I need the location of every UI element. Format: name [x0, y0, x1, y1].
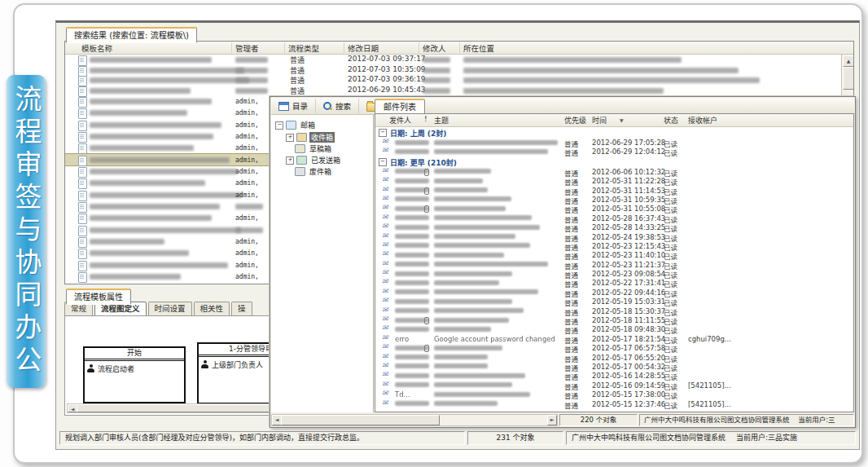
mail-row[interactable]: ✉普通2012-05-23 11:21:37已读: [375, 260, 853, 269]
collapse-icon[interactable]: −: [379, 158, 387, 166]
flow-node[interactable]: 开始流程启动者: [83, 346, 186, 403]
mail-row[interactable]: ✉普通2012-05-23 12:15:43已读: [375, 241, 853, 250]
search-button[interactable]: 搜索: [316, 99, 359, 113]
col-time[interactable]: 时间: [592, 115, 607, 126]
mail-horizontal-scrollbar[interactable]: ◄ ►: [271, 414, 558, 426]
col-subject[interactable]: 主题: [434, 115, 449, 126]
search-result-row[interactable]: 普通2012-06-29 10:45:43: [65, 86, 853, 96]
envelope-icon: ✉: [382, 175, 388, 183]
column-divider[interactable]: [419, 42, 419, 53]
subject-blurred: [434, 243, 530, 248]
mail-row[interactable]: ✉erroGoogle account password changed普通20…: [375, 334, 853, 343]
search-result-row[interactable]: 普通2012-07-03 10:35:09: [65, 65, 853, 76]
location-blurred: [463, 77, 760, 83]
manager-blurred: [235, 77, 268, 83]
time-value: 2012-05-28 14:33:25: [592, 223, 665, 231]
sender-blurred: [395, 196, 429, 201]
subject-blurred: [434, 355, 488, 359]
subtab-item[interactable]: 操: [231, 302, 252, 315]
tab-template-properties[interactable]: 流程模板属性: [66, 289, 131, 305]
mail-row[interactable]: ✉普通2012-06-29 12:04:12已读: [375, 147, 853, 156]
col-location[interactable]: 所在位置: [463, 42, 494, 54]
mail-row[interactable]: ✉普通2012-05-31 11:22:28已读: [375, 176, 853, 185]
mail-row[interactable]: ✉普通2012-05-17 00:54:32已读: [375, 362, 853, 371]
app-name: 广州中大中鸣科技有限公司图文档协同管理系统: [572, 434, 726, 442]
col-process-type[interactable]: 流程类型: [288, 42, 319, 54]
search-result-row[interactable]: 普通2012-07-03 09:37:17: [65, 55, 853, 65]
search-result-row[interactable]: 普通2012-07-03 09:36:19: [65, 75, 853, 86]
mail-row[interactable]: ✉普通2012-06-29 17:05:28已读: [375, 138, 853, 147]
mail-row[interactable]: ✉普通2012-05-18 09:48:30已读: [375, 324, 853, 333]
expand-icon[interactable]: +: [286, 156, 294, 165]
col-manager[interactable]: 管理者: [235, 42, 259, 54]
column-divider[interactable]: [284, 42, 285, 53]
mail-row[interactable]: ✉普通2012-05-18 11:11:55已读: [375, 315, 853, 324]
mail-row[interactable]: ✉普通2012-05-22 09:44:16已读: [375, 288, 853, 297]
mail-row[interactable]: ✉普通2012-05-28 16:37:43已读: [375, 214, 853, 222]
mail-row[interactable]: ✉普通2012-05-31 10:59:35已读: [375, 195, 853, 204]
col-modified-date[interactable]: 修改日期: [348, 42, 379, 54]
mail-row[interactable]: ✉普通2012-05-23 09:08:54已读: [375, 269, 853, 278]
mail-row[interactable]: ✉普通2012-06-06 10:12:32已读: [375, 167, 853, 176]
subject-blurred: [434, 280, 499, 285]
sender-blurred: [395, 253, 429, 258]
column-divider[interactable]: [459, 42, 460, 53]
manager-name: admin,: [235, 273, 259, 280]
time-value: 2012-05-22 17:31:41: [592, 279, 665, 287]
col-modifier[interactable]: 修改人: [423, 42, 446, 54]
col-status[interactable]: 状态: [664, 115, 678, 126]
document-icon: [78, 178, 87, 189]
col-sender[interactable]: 发件人: [389, 115, 411, 126]
collapse-icon[interactable]: −: [379, 129, 387, 137]
mail-row[interactable]: ✉普通2012-05-23 11:40:10已读: [375, 250, 853, 259]
col-priority[interactable]: 优先级: [564, 115, 586, 126]
tree-item-mailbox-root[interactable]: −邮箱: [275, 120, 317, 130]
scroll-up-icon[interactable]: ▲: [843, 55, 854, 67]
expand-icon[interactable]: +: [286, 134, 294, 142]
tree-item-inbox[interactable]: +收件箱: [286, 132, 335, 143]
document-icon: [78, 191, 87, 201]
col-template-name[interactable]: 模板名称: [81, 42, 112, 54]
tree-item-deleted[interactable]: 废件箱: [286, 166, 333, 177]
mail-row[interactable]: ✉普通2012-05-16 09:14:59已读[5421105]...: [375, 381, 853, 390]
column-divider[interactable]: [344, 42, 344, 53]
mail-row[interactable]: ✉普通2012-05-24 19:38:53已读: [375, 232, 853, 241]
tab-search-results[interactable]: 搜索结果 (搜索位置: 流程模板\): [66, 27, 197, 43]
col-priority-mark[interactable]: !: [424, 115, 427, 123]
template-name-blurred: [90, 192, 243, 198]
scroll-thumb[interactable]: [843, 67, 854, 90]
column-divider[interactable]: [231, 42, 232, 53]
subtab-item[interactable]: 时间设置: [148, 302, 192, 315]
modified-date: 2012-06-29 10:45:43: [348, 86, 426, 94]
mail-group-header[interactable]: −日期: 更早 (210封): [375, 156, 853, 167]
mail-row[interactable]: ✉普通2012-05-17 06:55:20已读: [375, 353, 853, 362]
subtab-item[interactable]: 相关性: [194, 302, 230, 315]
tab-mail-list[interactable]: 邮件列表: [375, 99, 425, 114]
sort-desc-icon[interactable]: ▼: [620, 117, 624, 123]
sender-blurred: [395, 382, 429, 387]
collapse-icon[interactable]: −: [275, 121, 283, 130]
mail-row[interactable]: ✉普通2012-05-17 06:57:58已读: [375, 343, 853, 352]
app-name: 广州中大中鸣科技有限公司图文档协同管理系统: [644, 416, 790, 424]
mail-row[interactable]: ✉普通2012-05-31 10:55:08已读: [375, 204, 853, 213]
subject-blurred: [434, 289, 538, 294]
mail-row[interactable]: ✉普通2012-05-31 11:14:53已读: [375, 186, 853, 195]
time-value: 2012-05-15 17:38:00: [592, 390, 665, 399]
time-value: 2012-05-31 11:14:53: [592, 187, 665, 195]
mail-row[interactable]: ✉Td...普通2012-05-15 17:38:00已读: [375, 390, 853, 399]
mail-row[interactable]: ✉普通2012-05-22 17:31:41已读: [375, 278, 853, 287]
attachment-icon: [424, 169, 429, 176]
tree-item-drafts[interactable]: 草稿箱: [286, 143, 333, 154]
scroll-thumb[interactable]: [281, 415, 440, 425]
mail-row[interactable]: ✉普通2012-05-19 15:03:31已读: [375, 297, 853, 306]
mail-row[interactable]: ✉普通2012-05-28 14:33:25已读: [375, 222, 853, 231]
col-account[interactable]: 接收帐户: [688, 115, 717, 126]
mail-row[interactable]: ✉普通2012-05-16 14:28:55已读: [375, 371, 853, 380]
mail-row[interactable]: ✉普通2012-05-15 12:37:46已读[5421105]...: [375, 399, 853, 408]
mail-row[interactable]: ✉普通2012-05-18 15:30:37已读: [375, 306, 853, 315]
tree-item-sent[interactable]: +已发送箱: [286, 155, 342, 165]
scroll-right-icon[interactable]: ►: [547, 415, 557, 425]
template-name-blurred: [90, 239, 164, 245]
mail-group-header[interactable]: −日期: 上周 (2封): [375, 127, 853, 138]
directory-button[interactable]: 目录: [271, 99, 316, 113]
